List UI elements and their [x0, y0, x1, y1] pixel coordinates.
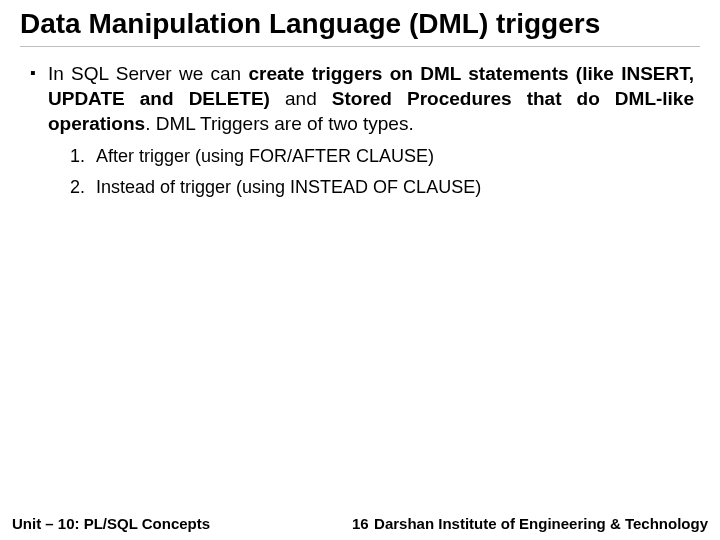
bullet-item: ▪ In SQL Server we can create triggers o…: [30, 61, 694, 136]
item-text: Instead of trigger (using INSTEAD OF CLA…: [96, 177, 481, 198]
list-item: 1. After trigger (using FOR/AFTER CLAUSE…: [70, 146, 694, 167]
square-bullet-icon: ▪: [30, 61, 48, 85]
item-number: 1.: [70, 146, 96, 167]
slide-footer: Unit – 10: PL/SQL Concepts 16 Darshan In…: [0, 506, 720, 540]
text-segment: and: [270, 88, 332, 109]
slide-body: ▪ In SQL Server we can create triggers o…: [20, 61, 700, 198]
footer-page-number: 16: [352, 515, 369, 532]
slide-title: Data Manipulation Language (DML) trigger…: [20, 8, 700, 47]
list-item: 2. Instead of trigger (using INSTEAD OF …: [70, 177, 694, 198]
footer-unit: Unit – 10: PL/SQL Concepts: [12, 515, 210, 532]
footer-institute: Darshan Institute of Engineering & Techn…: [374, 515, 708, 532]
slide: Data Manipulation Language (DML) trigger…: [0, 0, 720, 540]
text-segment: . DML Triggers are of two types.: [145, 113, 414, 134]
numbered-list: 1. After trigger (using FOR/AFTER CLAUSE…: [70, 146, 694, 198]
text-segment: In SQL Server we can: [48, 63, 248, 84]
bullet-text: In SQL Server we can create triggers on …: [48, 61, 694, 136]
item-text: After trigger (using FOR/AFTER CLAUSE): [96, 146, 434, 167]
item-number: 2.: [70, 177, 96, 198]
